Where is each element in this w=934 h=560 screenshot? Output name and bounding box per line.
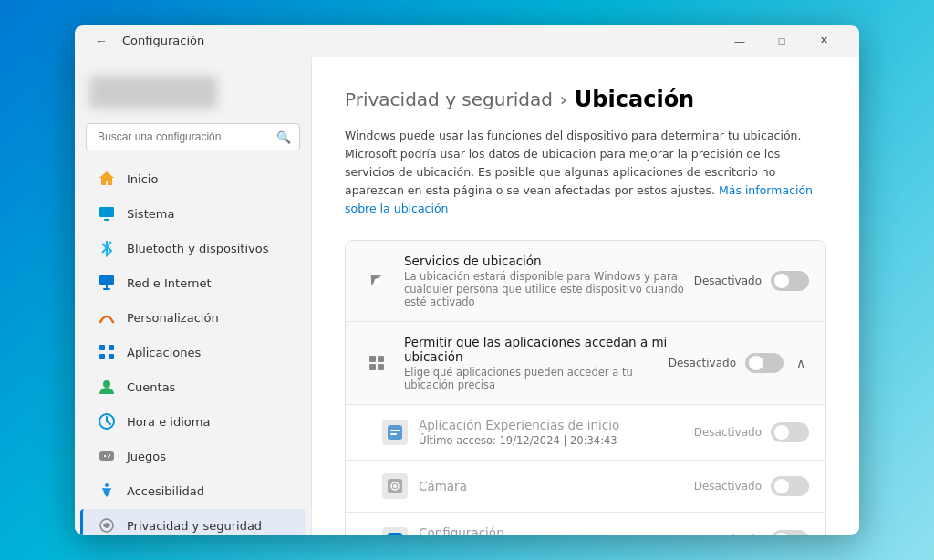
sidebar-item-privacidad-label: Privacidad y seguridad xyxy=(127,519,262,533)
time-icon xyxy=(98,412,116,430)
sidebar-item-red[interactable]: Red e Internet xyxy=(80,266,306,299)
svg-point-17 xyxy=(108,456,109,458)
privacy-icon xyxy=(98,516,116,534)
sidebar-item-cuentas[interactable]: Cuentas xyxy=(80,370,306,403)
close-button[interactable]: ✕ xyxy=(803,26,845,56)
svg-rect-4 xyxy=(103,288,110,290)
accounts-icon xyxy=(98,378,116,396)
svg-rect-32 xyxy=(388,533,402,535)
config-app-toggle[interactable] xyxy=(771,530,809,535)
servicios-text: Servicios de ubicación La ubicación esta… xyxy=(404,254,694,308)
games-icon xyxy=(98,447,116,465)
camara-status: Desactivado xyxy=(694,480,762,493)
svg-rect-27 xyxy=(390,430,400,431)
svg-rect-23 xyxy=(378,356,384,362)
svg-rect-28 xyxy=(390,433,397,435)
svg-point-18 xyxy=(105,483,109,487)
apps-location-icon xyxy=(362,348,391,378)
titlebar-title: Configuración xyxy=(122,34,204,47)
sidebar-item-privacidad[interactable]: Privacidad y seguridad xyxy=(80,509,306,535)
sidebar-item-hora-label: Hora e idioma xyxy=(127,415,210,429)
page-description: Windows puede usar las funciones del dis… xyxy=(345,127,826,218)
sidebar-item-bluetooth-label: Bluetooth y dispositivos xyxy=(127,242,268,255)
network-icon xyxy=(98,274,116,292)
svg-point-16 xyxy=(109,454,110,456)
sidebar-item-personalizacion-label: Personalización xyxy=(127,311,219,325)
settings-card: Servicios de ubicación La ubicación esta… xyxy=(345,240,826,535)
main-content: Privacidad y seguridad › Ubicación Windo… xyxy=(312,57,859,535)
svg-rect-24 xyxy=(369,364,376,370)
camara-text: Cámara xyxy=(419,479,694,493)
servicios-status: Desactivado xyxy=(694,275,762,287)
system-icon xyxy=(98,204,116,223)
maximize-button[interactable]: □ xyxy=(761,26,803,56)
config-app-text: Configuración Último acceso: 14/12/2024 … xyxy=(419,525,694,535)
sidebar-item-accesibilidad-label: Accesibilidad xyxy=(127,484,204,498)
setting-row-camara: Cámara Desactivado xyxy=(346,461,825,513)
permisos-text: Permitir que las aplicaciones accedan a … xyxy=(404,335,669,391)
svg-rect-2 xyxy=(99,275,114,285)
camara-toggle[interactable] xyxy=(771,476,809,496)
sidebar-item-hora[interactable]: Hora e idioma xyxy=(80,405,306,438)
svg-rect-0 xyxy=(99,207,114,217)
minimize-button[interactable]: — xyxy=(719,26,761,56)
page-title: Ubicación xyxy=(575,87,694,112)
search-icon-button[interactable]: 🔍 xyxy=(275,129,293,146)
svg-rect-7 xyxy=(99,354,105,359)
config-app-status: Desactivado xyxy=(694,534,762,535)
sidebar-item-personalizacion[interactable]: Personalización xyxy=(80,301,306,334)
setting-row-servicios: Servicios de ubicación La ubicación esta… xyxy=(346,241,825,322)
sidebar-item-juegos-label: Juegos xyxy=(127,450,166,463)
experiencias-app-icon xyxy=(382,420,408,445)
experiencias-status: Desactivado xyxy=(694,426,762,439)
config-app-title: Configuración xyxy=(419,525,694,535)
experiencias-subtitle: Último acceso: 19/12/2024 | 20:34:43 xyxy=(419,434,694,447)
setting-row-experiencias: Aplicación Experiencias de inicio Último… xyxy=(346,405,825,461)
camara-title: Cámara xyxy=(419,479,694,493)
svg-rect-22 xyxy=(369,356,376,362)
servicios-right: Desactivado xyxy=(694,271,809,291)
servicios-toggle[interactable] xyxy=(771,271,809,291)
svg-point-9 xyxy=(103,380,110,388)
content-area: 🔍 Inicio Sistema xyxy=(75,57,859,535)
permisos-subtitle: Elige qué aplicaciones pueden acceder a … xyxy=(404,366,669,391)
experiencias-right: Desactivado xyxy=(694,422,809,442)
titlebar-controls: — □ ✕ xyxy=(719,26,845,56)
sidebar-profile xyxy=(75,68,311,123)
camara-right: Desactivado xyxy=(694,476,809,496)
sidebar-item-bluetooth[interactable]: Bluetooth y dispositivos xyxy=(80,232,306,264)
back-button[interactable]: ← xyxy=(89,30,113,52)
config-app-right: Desactivado xyxy=(694,530,809,535)
home-icon xyxy=(98,170,116,188)
servicios-subtitle: La ubicación estará disponible para Wind… xyxy=(404,270,694,308)
svg-point-31 xyxy=(393,484,397,488)
sidebar-item-sistema[interactable]: Sistema xyxy=(80,197,306,230)
sidebar-search-container: 🔍 xyxy=(86,123,300,150)
avatar xyxy=(89,76,217,109)
sidebar: 🔍 Inicio Sistema xyxy=(75,57,312,535)
experiencias-title: Aplicación Experiencias de inicio xyxy=(419,418,694,432)
search-input[interactable] xyxy=(86,123,300,150)
svg-rect-25 xyxy=(378,364,384,370)
personalization-icon xyxy=(98,308,116,327)
experiencias-toggle[interactable] xyxy=(771,422,809,442)
apps-icon xyxy=(98,343,116,361)
svg-line-12 xyxy=(107,421,110,424)
sidebar-item-inicio[interactable]: Inicio xyxy=(80,162,306,195)
svg-rect-13 xyxy=(99,451,114,461)
permisos-right: Desactivado ∧ xyxy=(669,352,809,374)
location-icon xyxy=(362,266,391,296)
sidebar-item-accesibilidad[interactable]: Accesibilidad xyxy=(80,474,306,507)
permisos-title: Permitir que las aplicaciones accedan a … xyxy=(404,335,669,364)
camara-app-icon xyxy=(382,473,408,499)
sidebar-item-aplicaciones[interactable]: Aplicaciones xyxy=(80,336,306,368)
sidebar-item-red-label: Red e Internet xyxy=(127,276,212,290)
breadcrumb-separator: › xyxy=(560,88,567,110)
sidebar-item-sistema-label: Sistema xyxy=(127,207,174,221)
experiencias-text: Aplicación Experiencias de inicio Último… xyxy=(419,418,694,447)
permisos-chevron[interactable]: ∧ xyxy=(793,352,809,374)
permisos-toggle[interactable] xyxy=(745,353,784,373)
sidebar-item-juegos[interactable]: Juegos xyxy=(80,440,306,472)
setting-row-config-app: Configuración Último acceso: 14/12/2024 … xyxy=(346,513,825,535)
settings-window: ← Configuración — □ ✕ 🔍 xyxy=(75,25,859,535)
